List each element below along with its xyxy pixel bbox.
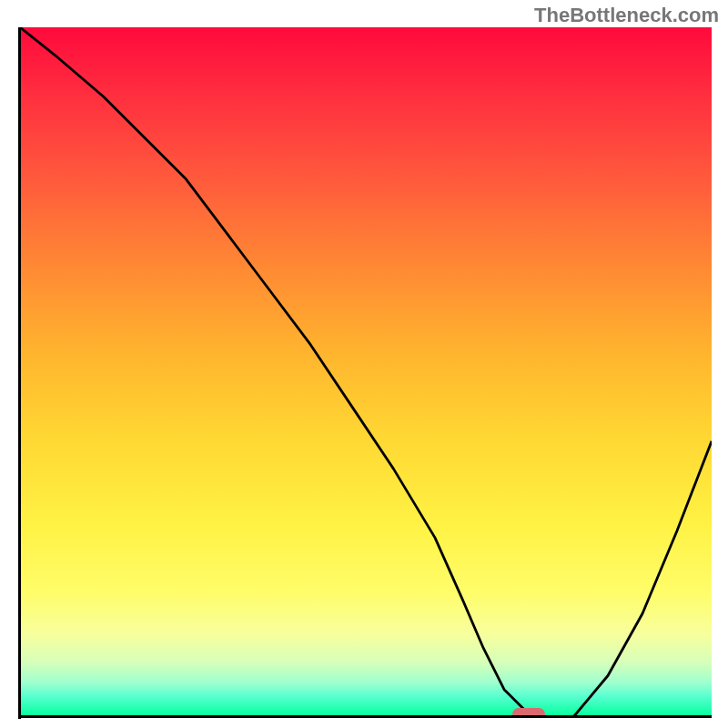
y-axis: [18, 27, 21, 719]
curve-layer: [20, 27, 712, 717]
plot-area: [20, 27, 712, 717]
watermark-text: TheBottleneck.com: [534, 4, 719, 27]
bottleneck-curve: [20, 27, 712, 717]
x-axis: [18, 715, 712, 718]
bottleneck-chart: TheBottleneck.com: [0, 0, 728, 728]
